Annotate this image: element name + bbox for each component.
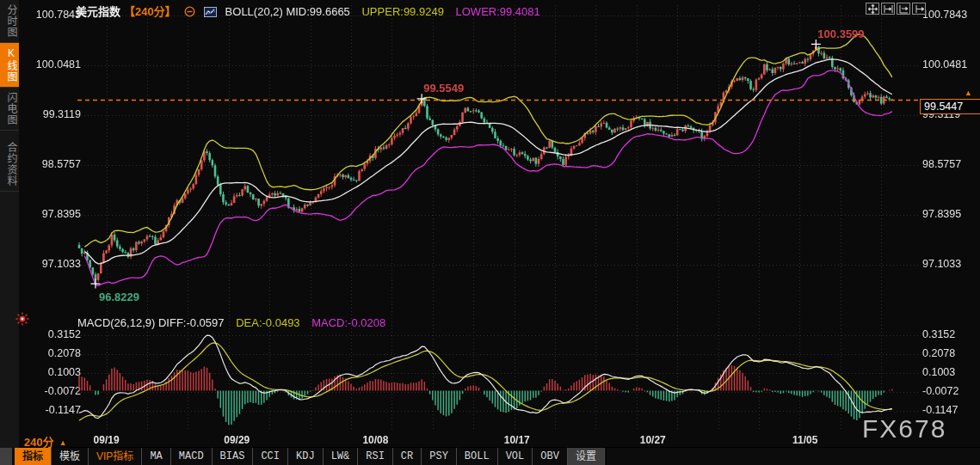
macd-dea-value: DEA:-0.0493	[236, 316, 299, 329]
tab-settings[interactable]: 设置	[568, 448, 605, 465]
fit-x-axis-icon[interactable]	[897, 3, 910, 15]
chart-tool-buttons	[866, 3, 926, 15]
tab-lw[interactable]: LW&	[324, 448, 359, 465]
tab-cci[interactable]: CCI	[253, 448, 288, 465]
tab-vip-indicators[interactable]: VIP指标	[89, 448, 142, 465]
tab-psy[interactable]: PSY	[422, 448, 457, 465]
sidebar-item-kline-chart[interactable]: K线图	[0, 43, 19, 88]
macd-macd-value: MACD:-0.0208	[311, 316, 385, 329]
circle-minus-icon[interactable]	[184, 6, 195, 20]
pan-tool-icon[interactable]	[866, 3, 879, 15]
tab-boll[interactable]: BOLL	[457, 448, 498, 465]
symbol-name: 美元指数	[76, 5, 120, 18]
mini-chart-icon[interactable]	[204, 7, 217, 20]
period-text: 240分	[24, 436, 54, 449]
tab-macd[interactable]: MACD	[171, 448, 213, 465]
left-sidebar: 分时图 K线图 闪电图 合约资料	[0, 0, 19, 465]
tab-cr[interactable]: CR	[393, 448, 422, 465]
boll-label: BOLL(20,2) MID:99.6665	[225, 5, 350, 18]
tab-templates[interactable]: 模板	[52, 448, 89, 465]
up-triangle-icon	[59, 438, 67, 447]
tab-ma[interactable]: MA	[142, 448, 170, 465]
tab-indicators[interactable]: 指标	[15, 448, 52, 465]
period-tag[interactable]: 【240分】	[124, 5, 176, 18]
toolbar-corner-handle[interactable]	[0, 448, 12, 465]
fit-y-axis-icon[interactable]	[881, 3, 895, 15]
macd-label: MACD(26,12,9) DIFF:-0.0597	[77, 316, 225, 329]
kline-chart-canvas[interactable]	[19, 0, 980, 447]
sidebar-gap	[0, 131, 19, 138]
sidebar-item-flash-chart[interactable]: 闪电图	[0, 88, 19, 131]
exit-right-icon[interactable]	[912, 3, 926, 15]
tab-vol[interactable]: VOL	[498, 448, 533, 465]
sidebar-item-time-chart[interactable]: 分时图	[0, 0, 19, 43]
tab-obv[interactable]: OBV	[533, 448, 568, 465]
price-marker-icon	[965, 89, 972, 97]
alarm-blink-icon[interactable]	[15, 312, 29, 329]
tab-kdj[interactable]: KDJ	[288, 448, 324, 465]
tab-bias[interactable]: BIAS	[213, 448, 254, 465]
indicator-toolbar: 指标 模板 VIP指标 MA MACD BIAS CCI KDJ LW& RSI…	[0, 448, 980, 465]
sidebar-item-contract-info[interactable]: 合约资料	[0, 138, 19, 192]
fx678-watermark: FX678	[862, 414, 946, 444]
boll-lower-value: LOWER:99.4081	[456, 5, 540, 18]
tab-rsi[interactable]: RSI	[358, 448, 393, 465]
boll-upper-value: UPPER:99.9249	[361, 5, 443, 18]
chart-header: 美元指数【240分】 BOLL(20,2) MID:99.6665 UPPER:…	[76, 3, 540, 20]
last-price-tag[interactable]: 99.5447	[920, 99, 980, 114]
macd-header: MACD(26,12,9) DIFF:-0.0597 DEA:-0.0493 M…	[77, 316, 385, 329]
fx678-kline-app: { "header": { "symbol": "美元指数", "period"…	[0, 0, 980, 465]
